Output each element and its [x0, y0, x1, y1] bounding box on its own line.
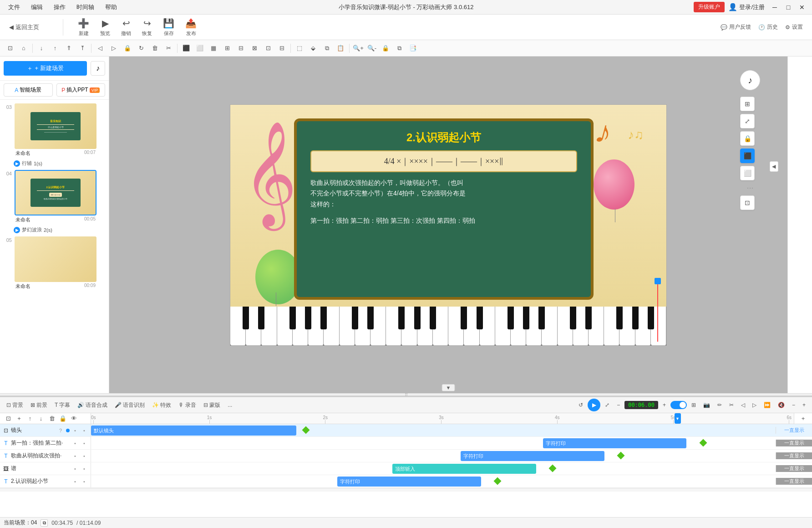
sec-tool-crop[interactable]: ✂	[162, 42, 175, 54]
settings-button[interactable]: ⚙ 设置	[785, 23, 803, 31]
sec-tool-v-bot[interactable]: ⊟	[275, 42, 288, 54]
scene-copy-button[interactable]: ⧉	[41, 519, 48, 527]
add-track-button[interactable]: +	[800, 400, 808, 410]
sec-paste2[interactable]: 📑	[406, 42, 419, 54]
clip-score-entry[interactable]: 顶部斩入	[392, 464, 536, 474]
music-button[interactable]: ♪	[91, 61, 105, 76]
more-button[interactable]: ...	[225, 400, 235, 410]
zoom-plus[interactable]: +	[660, 400, 669, 410]
minus2-button[interactable]: −	[789, 400, 798, 410]
clip-song-print[interactable]: 字符打印	[461, 451, 604, 461]
speed-button[interactable]: ⏩	[761, 400, 773, 410]
clip-title-print[interactable]: 字符打印	[337, 477, 481, 487]
tl-btn-1[interactable]: ⊡	[4, 414, 13, 423]
play-button[interactable]: ▶	[588, 399, 600, 411]
menu-item-timeline[interactable]: 时间轴	[72, 1, 99, 13]
sec-tool-copy[interactable]: ⧉	[320, 42, 333, 54]
sec-zoom-in[interactable]: 🔍+	[352, 42, 365, 54]
menu-item-edit[interactable]: 编辑	[26, 1, 47, 13]
undo-button[interactable]: ↩ 撤销	[121, 18, 131, 37]
track-more-camera[interactable]: •	[81, 427, 88, 434]
track-menu-score[interactable]: •	[71, 465, 79, 472]
scene-item-04[interactable]: 04 2.认识弱起小节 4/4 ×|××××| 歌曲从弱拍或次	[2, 168, 107, 225]
sec-tool-dist-h[interactable]: ⊞	[221, 42, 233, 54]
rfloat-expand[interactable]: ⤢	[740, 114, 755, 128]
snapshot-button[interactable]: 📷	[700, 400, 713, 410]
back-home-button[interactable]: ◀ 返回主页	[9, 23, 39, 31]
menu-item-file[interactable]: 文件	[4, 1, 25, 13]
sec-tool-up2[interactable]: ⇑	[62, 42, 75, 54]
sec-tool-paste[interactable]: 📋	[334, 42, 347, 54]
track-menu-title[interactable]: •	[71, 478, 79, 485]
login-button[interactable]: 👤 登录/注册	[728, 3, 765, 11]
new-scene-button[interactable]: ＋ + 新建场景	[4, 61, 87, 76]
sec-tool-group[interactable]: ⬚	[293, 42, 306, 54]
sec-tool-align-left[interactable]: ⬛	[180, 42, 193, 54]
sec-tool-v-mid[interactable]: ⊡	[262, 42, 274, 54]
move-right-button[interactable]: ▷	[750, 400, 759, 410]
zoom-minus[interactable]: −	[614, 400, 623, 410]
insert-ppt-button[interactable]: P 插入PPT VIP	[56, 83, 106, 97]
sec-lock[interactable]: 🔒	[379, 42, 392, 54]
save-button[interactable]: 💾 保存	[163, 18, 174, 37]
effects-button[interactable]: ✨特效	[149, 400, 174, 410]
tl-btn-eye[interactable]: 👁	[69, 414, 78, 423]
track-menu-song[interactable]: •	[71, 452, 79, 460]
clip-camera-default[interactable]: 默认镜头	[91, 425, 296, 436]
canvas-collapse-button[interactable]: ▼	[442, 384, 455, 391]
smart-scene-button[interactable]: A 智能场景	[4, 83, 53, 97]
rfloat-record-screen[interactable]: ⊡	[740, 195, 755, 210]
upgrade-button[interactable]: 升级账户	[694, 2, 725, 12]
sec-tool-down[interactable]: ↓	[35, 42, 48, 54]
menu-item-operate[interactable]: 操作	[49, 1, 70, 13]
publish-button[interactable]: 📤 发布	[185, 18, 197, 37]
audio-button[interactable]: 🔇	[775, 400, 787, 410]
tl-btn-lock[interactable]: 🔒	[58, 414, 67, 423]
sec-tool-align-center[interactable]: ⬜	[193, 42, 206, 54]
redo-button[interactable]: ↪ 恢复	[142, 18, 152, 37]
fullscreen-button[interactable]: ⤢	[602, 400, 612, 410]
rfloat-more[interactable]: ···	[740, 183, 760, 193]
move-left-button[interactable]: ◁	[738, 400, 748, 410]
track-content-beat1[interactable]: 字符打印	[91, 437, 776, 449]
rfloat-white[interactable]: ⬜	[740, 166, 755, 180]
sec-tool-delete[interactable]: 🗑	[148, 42, 161, 54]
sec-tool-next[interactable]: ▷	[107, 42, 120, 54]
edit-button[interactable]: ✏	[715, 400, 725, 410]
preview-button[interactable]: ▶ 预览	[100, 18, 110, 37]
sec-copy2[interactable]: ⧉	[393, 42, 406, 54]
scene-item-03[interactable]: 03 音乐知识 什么是弱起小节 ——————————	[2, 102, 107, 159]
replay-button[interactable]: ↺	[576, 400, 586, 410]
track-help-camera[interactable]: ?	[57, 427, 64, 434]
track-more-title[interactable]: •	[81, 478, 88, 485]
rfloat-screenshot[interactable]: ⊞	[740, 97, 755, 111]
sec-tool-dist-v[interactable]: ⊟	[234, 42, 247, 54]
scene-thumbnail-05[interactable]	[15, 236, 96, 282]
track-content-score[interactable]: 顶部斩入	[91, 462, 776, 475]
track-content-camera[interactable]: 默认镜头	[91, 424, 776, 436]
sec-tool-ungroup[interactable]: ⬙	[307, 42, 320, 54]
track-menu-beat1[interactable]: •	[71, 440, 79, 447]
track-more-beat1[interactable]: •	[81, 440, 88, 447]
tl-btn-2[interactable]: +	[15, 414, 24, 423]
sec-tool-align-right[interactable]: ▦	[207, 42, 220, 54]
right-collapse-tab[interactable]: ◀	[770, 161, 778, 172]
sec-tool-v-top[interactable]: ⊠	[248, 42, 261, 54]
slide-canvas[interactable]: 𝄞 ♪ ♪♫ ♫	[230, 104, 667, 346]
tl-btn-delete[interactable]: 🗑	[47, 414, 56, 423]
rfloat-lock[interactable]: 🔒	[740, 131, 755, 146]
history-button[interactable]: 🕐 历史	[758, 23, 778, 31]
voice-recognition-button[interactable]: 🎤语音识别	[112, 400, 147, 410]
scene-item-05[interactable]: 05 未命名 00:09	[2, 235, 107, 292]
feedback-button[interactable]: 💬 用户反馈	[721, 23, 751, 31]
track-more-song[interactable]: •	[81, 452, 88, 460]
sec-tool-2[interactable]: ⌂	[17, 42, 30, 54]
fit-button[interactable]: ⊞	[689, 400, 699, 410]
new-button[interactable]: ➕ 新建	[78, 18, 89, 37]
menu-item-help[interactable]: 帮助	[101, 1, 122, 13]
sec-tool-1[interactable]: ⊡	[4, 42, 16, 54]
track-more-score[interactable]: •	[81, 465, 88, 472]
split-button[interactable]: ✂	[726, 400, 736, 410]
rfloat-blue[interactable]: ⬛	[740, 149, 755, 163]
mosaic-button[interactable]: ⊟蒙版	[201, 400, 223, 410]
